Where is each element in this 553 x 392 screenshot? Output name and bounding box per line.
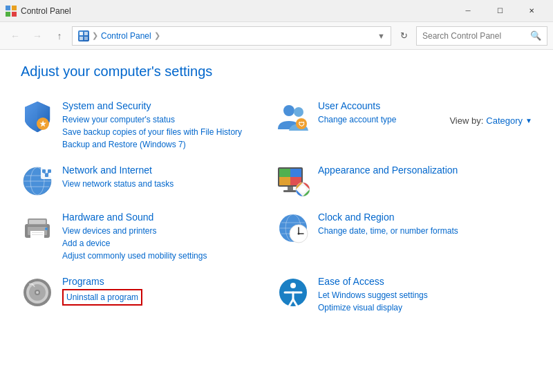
search-bar: 🔍	[416, 26, 547, 46]
svg-point-35	[299, 186, 306, 193]
ease-of-access-link-1[interactable]: Let Windows suggest settings	[318, 289, 428, 301]
svg-rect-39	[29, 220, 46, 224]
appearance-content: Appearance and Personalization	[318, 165, 458, 178]
ease-of-access-content: Ease of Access Let Windows suggest setti…	[318, 276, 428, 314]
page-title: Adjust your computer's settings	[21, 64, 532, 80]
clock-region-title[interactable]: Clock and Region	[318, 212, 458, 223]
svg-rect-0	[6, 6, 10, 10]
breadcrumb-separator: ❯	[92, 31, 98, 40]
network-internet-link-1[interactable]: View network status and tasks	[62, 178, 174, 190]
breadcrumb-icon	[78, 30, 89, 41]
hardware-sound-content: Hardware and Sound View devices and prin…	[62, 212, 207, 262]
category-network-internet: Network and Internet View network status…	[21, 158, 276, 205]
network-internet-title[interactable]: Network and Internet	[62, 165, 174, 176]
svg-rect-33	[283, 190, 297, 192]
breadcrumb-dropdown-arrow[interactable]: ▼	[377, 32, 385, 40]
category-appearance: Appearance and Personalization	[276, 158, 532, 205]
system-security-link-1[interactable]: Review your computer's status	[62, 113, 242, 126]
categories-grid: ★ System and Security Review your comput…	[21, 93, 532, 321]
user-accounts-title[interactable]: User Accounts	[318, 100, 396, 111]
system-security-link-2[interactable]: Save backup copies of your files with Fi…	[62, 126, 242, 138]
window-controls: ─ ☐ ✕	[452, 0, 547, 22]
svg-rect-4	[79, 32, 83, 35]
view-by-control: View by: Category ▼	[449, 115, 532, 126]
breadcrumb-separator2: ❯	[154, 31, 160, 40]
hardware-sound-link-1[interactable]: View devices and printers	[62, 225, 207, 237]
system-security-icon: ★	[21, 100, 54, 133]
address-bar: ← → ↑ ❯ Control Panel ❯ ▼ ↻ 🔍	[0, 22, 553, 50]
category-system-security: ★ System and Security Review your comput…	[21, 93, 276, 158]
category-clock-region: Clock and Region Change date, time, or n…	[276, 205, 532, 269]
view-by-label: View by:	[449, 115, 483, 126]
appearance-icon	[276, 165, 310, 198]
system-security-link-3[interactable]: Backup and Restore (Windows 7)	[62, 138, 242, 151]
user-accounts-link-1[interactable]: Change account type	[318, 113, 396, 126]
title-bar: Control Panel ─ ☐ ✕	[0, 0, 553, 22]
minimize-button[interactable]: ─	[452, 0, 484, 22]
svg-rect-7	[84, 37, 88, 40]
svg-rect-32	[288, 187, 293, 190]
maximize-button[interactable]: ☐	[484, 0, 516, 22]
network-internet-icon	[21, 165, 54, 198]
svg-rect-5	[84, 32, 88, 35]
forward-button[interactable]: →	[28, 26, 47, 46]
view-by-arrow-icon[interactable]: ▼	[525, 117, 532, 124]
back-button[interactable]: ←	[6, 26, 25, 46]
svg-rect-3	[12, 12, 17, 17]
svg-rect-6	[79, 37, 83, 40]
svg-rect-29	[279, 169, 290, 177]
svg-rect-23	[45, 174, 48, 177]
svg-point-60	[290, 283, 296, 288]
svg-rect-42	[32, 234, 43, 235]
svg-rect-1	[12, 6, 17, 10]
clock-region-link-1[interactable]: Change date, time, or number formats	[318, 225, 458, 237]
hardware-sound-link-2[interactable]: Add a device	[62, 237, 207, 250]
breadcrumb-bar: ❯ Control Panel ❯ ▼	[72, 26, 391, 46]
clock-region-icon	[276, 212, 310, 245]
clock-region-content: Clock and Region Change date, time, or n…	[318, 212, 458, 237]
breadcrumb-control-panel[interactable]: Control Panel	[101, 31, 151, 41]
ease-of-access-title[interactable]: Ease of Access	[318, 276, 428, 287]
view-by-value[interactable]: Category	[486, 115, 523, 126]
category-hardware-sound: Hardware and Sound View devices and prin…	[21, 205, 276, 269]
category-programs: Programs Uninstall a program	[21, 269, 276, 321]
network-internet-content: Network and Internet View network status…	[62, 165, 174, 190]
programs-link-uninstall[interactable]: Uninstall a program	[62, 289, 142, 306]
svg-point-43	[45, 227, 48, 230]
programs-title[interactable]: Programs	[62, 276, 142, 287]
svg-point-58	[36, 291, 39, 294]
system-security-content: System and Security Review your computer…	[62, 100, 242, 151]
programs-icon	[21, 276, 54, 309]
system-security-title[interactable]: System and Security	[62, 100, 242, 111]
ease-of-access-link-2[interactable]: Optimize visual display	[318, 301, 428, 314]
svg-rect-20	[41, 167, 53, 179]
svg-point-53	[298, 233, 300, 235]
up-button[interactable]: ↑	[50, 26, 69, 46]
svg-rect-41	[32, 232, 43, 233]
svg-point-11	[294, 107, 303, 117]
svg-text:🛡: 🛡	[299, 121, 305, 128]
appearance-title[interactable]: Appearance and Personalization	[318, 165, 458, 176]
svg-text:★: ★	[39, 120, 47, 128]
user-accounts-icon: 🛡	[276, 100, 310, 133]
programs-content: Programs Uninstall a program	[62, 276, 142, 306]
app-icon	[6, 6, 17, 17]
user-accounts-content: User Accounts Change account type	[318, 100, 396, 126]
svg-point-10	[283, 105, 294, 116]
close-button[interactable]: ✕	[516, 0, 547, 22]
ease-of-access-icon	[276, 276, 310, 309]
refresh-button[interactable]: ↻	[394, 26, 413, 46]
svg-rect-2	[6, 12, 10, 17]
category-ease-of-access: Ease of Access Let Windows suggest setti…	[276, 269, 532, 321]
svg-rect-21	[42, 169, 46, 173]
search-icon: 🔍	[530, 30, 541, 41]
main-content: Adjust your computer's settings View by:…	[0, 50, 553, 335]
svg-rect-31	[279, 177, 290, 185]
hardware-sound-icon	[21, 212, 54, 245]
hardware-sound-title[interactable]: Hardware and Sound	[62, 212, 207, 223]
search-input[interactable]	[422, 31, 527, 41]
window-title: Control Panel	[21, 6, 452, 16]
svg-rect-22	[48, 169, 51, 173]
hardware-sound-link-3[interactable]: Adjust commonly used mobility settings	[62, 250, 207, 262]
